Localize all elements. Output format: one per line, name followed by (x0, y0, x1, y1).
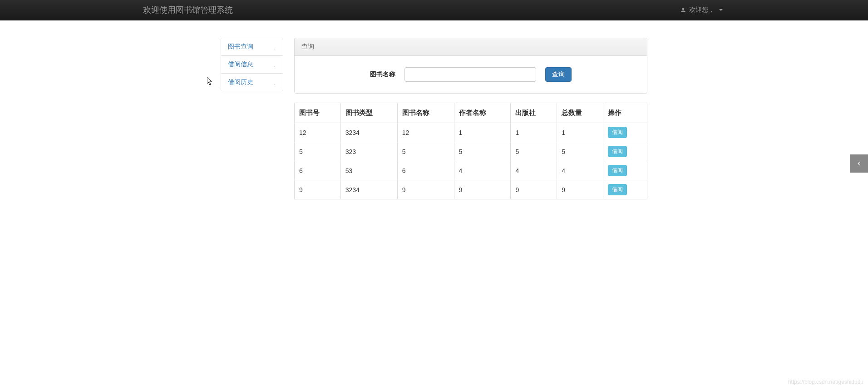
th-book-id: 图书号 (295, 103, 341, 123)
th-book-type: 图书类型 (340, 103, 397, 123)
td-book_id: 5 (295, 142, 341, 161)
chevron-right-icon (272, 80, 276, 84)
td-total: 4 (557, 161, 603, 180)
search-panel-body: 图书名称 查询 (295, 56, 647, 93)
th-book-name: 图书名称 (397, 103, 454, 123)
td-publisher: 9 (511, 180, 557, 199)
borrow-button[interactable]: 借阅 (608, 127, 627, 138)
table-row: 12323412111借阅 (295, 123, 647, 142)
user-icon (680, 7, 686, 13)
chevron-left-icon (855, 160, 863, 167)
sidebar-item-borrow-info: 借阅信息 (221, 56, 283, 74)
main-content: 查询 图书名称 查询 图书号 图书类型 图书名称 作者名称 出版社 总数量 操作 (294, 38, 647, 199)
sidebar-link-label: 借阅信息 (228, 60, 253, 69)
td-action: 借阅 (603, 142, 647, 161)
td-author: 1 (454, 123, 511, 142)
td-action: 借阅 (603, 161, 647, 180)
main-container: 图书查询 借阅信息 借阅历史 (221, 20, 647, 199)
table-header: 图书号 图书类型 图书名称 作者名称 出版社 总数量 操作 (295, 103, 647, 123)
td-publisher: 1 (511, 123, 557, 142)
navbar: 欢迎使用图书馆管理系统 欢迎您， (0, 0, 868, 20)
search-panel-title: 查询 (295, 38, 647, 56)
sidebar-link-label: 图书查询 (228, 43, 253, 51)
table-body: 12323412111借阅53235555借阅6536444借阅93234999… (295, 123, 647, 199)
side-dock-toggle[interactable] (850, 154, 868, 173)
user-greeting: 欢迎您， (689, 6, 715, 14)
table-row: 6536444借阅 (295, 161, 647, 180)
book-name-input[interactable] (404, 67, 536, 82)
td-publisher: 5 (511, 142, 557, 161)
sidebar-link-label: 借阅历史 (228, 78, 253, 86)
th-action: 操作 (603, 103, 647, 123)
td-book_type: 323 (340, 142, 397, 161)
td-book_id: 6 (295, 161, 341, 180)
table-row: 932349999借阅 (295, 180, 647, 199)
td-book_id: 9 (295, 180, 341, 199)
th-publisher: 出版社 (511, 103, 557, 123)
sidebar-link-borrow-info[interactable]: 借阅信息 (221, 56, 283, 73)
borrow-button[interactable]: 借阅 (608, 146, 627, 157)
table-row: 53235555借阅 (295, 142, 647, 161)
td-author: 5 (454, 142, 511, 161)
caret-down-icon (719, 9, 723, 11)
td-book_type: 3234 (340, 123, 397, 142)
search-panel: 查询 图书名称 查询 (294, 38, 647, 94)
td-total: 5 (557, 142, 603, 161)
app-title: 欢迎使用图书馆管理系统 (143, 5, 233, 15)
books-table: 图书号 图书类型 图书名称 作者名称 出版社 总数量 操作 1232341211… (294, 103, 647, 199)
search-button[interactable]: 查询 (545, 67, 572, 82)
td-book_type: 3234 (340, 180, 397, 199)
td-action: 借阅 (603, 180, 647, 199)
chevron-right-icon (272, 63, 276, 66)
sidebar-link-book-search[interactable]: 图书查询 (221, 38, 283, 55)
book-name-label: 图书名称 (370, 70, 395, 79)
sidebar: 图书查询 借阅信息 借阅历史 (221, 38, 283, 199)
td-author: 4 (454, 161, 511, 180)
sidebar-nav: 图书查询 借阅信息 借阅历史 (221, 38, 283, 91)
td-total: 1 (557, 123, 603, 142)
cursor-icon (207, 77, 213, 87)
th-total: 总数量 (557, 103, 603, 123)
td-book_type: 53 (340, 161, 397, 180)
sidebar-item-book-search: 图书查询 (221, 38, 283, 56)
sidebar-item-borrow-history: 借阅历史 (221, 74, 283, 91)
borrow-button[interactable]: 借阅 (608, 165, 627, 176)
sidebar-link-borrow-history[interactable]: 借阅历史 (221, 74, 283, 91)
td-book_name: 5 (397, 142, 454, 161)
td-publisher: 4 (511, 161, 557, 180)
td-book_name: 12 (397, 123, 454, 142)
td-action: 借阅 (603, 123, 647, 142)
td-book_name: 6 (397, 161, 454, 180)
td-book_name: 9 (397, 180, 454, 199)
td-total: 9 (557, 180, 603, 199)
td-author: 9 (454, 180, 511, 199)
user-menu[interactable]: 欢迎您， (680, 6, 723, 14)
borrow-button[interactable]: 借阅 (608, 184, 627, 195)
search-form: 图书名称 查询 (301, 63, 640, 86)
th-author: 作者名称 (454, 103, 511, 123)
td-book_id: 12 (295, 123, 341, 142)
chevron-right-icon (272, 45, 276, 49)
